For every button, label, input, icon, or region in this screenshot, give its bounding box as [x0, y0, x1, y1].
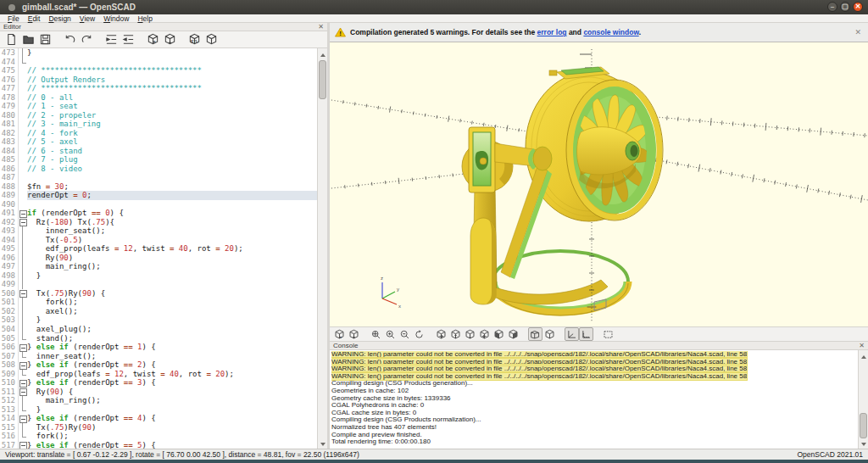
fold-marker-icon[interactable]: [19, 388, 27, 397]
fold-marker-icon[interactable]: [19, 378, 27, 388]
console-scrollbar[interactable]: [858, 350, 868, 449]
menu-item-edit[interactable]: Edit: [24, 14, 45, 23]
fold-marker-icon[interactable]: [19, 209, 27, 218]
code-line[interactable]: 493 inner_seat();: [0, 226, 317, 236]
view-all-button[interactable]: [601, 327, 615, 341]
editor-scrollbar[interactable]: [317, 48, 327, 449]
code-line[interactable]: 477// **********************************…: [0, 84, 317, 93]
code-line[interactable]: 504 axel_plug();: [0, 325, 317, 334]
code-line[interactable]: 482// 4 - fork: [0, 129, 317, 138]
code-line[interactable]: 501 fork();: [0, 298, 317, 307]
code-line[interactable]: 499: [0, 280, 317, 289]
view-bottom-button[interactable]: [463, 327, 477, 341]
view-front-button[interactable]: [492, 327, 506, 341]
code-line[interactable]: 486// 8 - video: [0, 165, 317, 174]
editor-scroll-thumb[interactable]: [319, 60, 326, 99]
code-line[interactable]: 500 Tx(.75)Ry(90) {: [0, 289, 317, 298]
3d-viewport[interactable]: z y x: [330, 42, 868, 326]
minimize-button[interactable]: –: [827, 2, 837, 12]
export-other-button[interactable]: [203, 31, 220, 47]
code-editor[interactable]: 473}474475// ***************************…: [0, 48, 327, 449]
code-line[interactable]: 476// Output Renders: [0, 75, 317, 85]
code-line[interactable]: 516 fork();: [0, 432, 317, 441]
code-line[interactable]: 492 Rz(-180) Tx(.75){: [0, 218, 317, 227]
code-line[interactable]: 503 }: [0, 315, 317, 325]
code-line[interactable]: 488$fn = 30;: [0, 182, 317, 192]
zoom-in-button[interactable]: [383, 327, 398, 341]
fold-marker-icon[interactable]: [19, 289, 27, 298]
code-line[interactable]: 502 axel();: [0, 307, 317, 316]
code-line[interactable]: 473}: [0, 48, 317, 58]
code-line[interactable]: 512 main_ring();: [0, 396, 317, 405]
code-line[interactable]: 497 main_ring();: [0, 262, 317, 271]
titlebar[interactable]: gimball.scad* — OpenSCAD –▢✕: [0, 0, 868, 14]
code-line[interactable]: 511 Ry(90) {: [0, 388, 317, 397]
show-axes-button[interactable]: [565, 327, 579, 341]
code-lines[interactable]: 473}474475// ***************************…: [0, 48, 317, 449]
scroll-up-icon[interactable]: [318, 48, 327, 58]
code-line[interactable]: 481// 3 - main_ring: [0, 120, 317, 129]
fold-marker-icon[interactable]: [19, 360, 27, 370]
fold-marker-icon[interactable]: [19, 218, 27, 227]
code-line[interactable]: 505 stand();: [0, 334, 317, 343]
code-line[interactable]: 484// 6 - stand: [0, 147, 317, 156]
code-line[interactable]: 506} else if (renderOpt == 1) {: [0, 343, 317, 352]
redo-button[interactable]: [78, 31, 95, 47]
editor-close-icon[interactable]: ✕: [318, 24, 324, 31]
console-window-link[interactable]: console window: [583, 28, 638, 36]
menu-item-view[interactable]: View: [75, 14, 99, 23]
code-line[interactable]: 517} else if (renderOpt == 5) {: [0, 441, 317, 449]
code-line[interactable]: 475// **********************************…: [0, 66, 317, 75]
code-line[interactable]: 490: [0, 200, 317, 209]
code-line[interactable]: 478// 0 - all: [0, 93, 317, 103]
3d-scene[interactable]: z y x: [330, 42, 868, 326]
code-line[interactable]: 515 Tx(.75)Ry(90): [0, 423, 317, 432]
show-scale-markers-button[interactable]: [579, 327, 593, 341]
code-line[interactable]: 508} else if (renderOpt == 2) {: [0, 360, 317, 370]
unindent-button[interactable]: [120, 31, 136, 47]
preview-button[interactable]: »: [144, 31, 161, 47]
code-line[interactable]: 487: [0, 173, 317, 182]
preview-button[interactable]: »: [332, 327, 347, 341]
menu-item-design[interactable]: Design: [44, 14, 75, 23]
console-close-icon[interactable]: ✕: [859, 343, 865, 349]
export-stl-button[interactable]: STL: [186, 31, 203, 47]
menu-item-help[interactable]: Help: [133, 14, 156, 23]
indent-button[interactable]: [103, 31, 120, 47]
view-back-button[interactable]: [506, 327, 520, 341]
code-line[interactable]: 498 }: [0, 271, 317, 281]
menu-item-window[interactable]: Window: [99, 14, 133, 23]
view-left-button[interactable]: [477, 327, 492, 341]
banner-close-icon[interactable]: ✕: [854, 28, 861, 36]
scroll-down-icon[interactable]: [859, 439, 868, 449]
render-button[interactable]: [161, 31, 178, 47]
code-line[interactable]: 480// 2 - propeler: [0, 111, 317, 120]
code-line[interactable]: 514} else if (renderOpt == 4) {: [0, 414, 317, 423]
scroll-up-icon[interactable]: [859, 350, 868, 360]
code-line[interactable]: 491if (renderOpt == 0) {: [0, 209, 317, 218]
code-line[interactable]: 483// 5 - axel: [0, 137, 317, 147]
orthogonal-button[interactable]: [542, 327, 557, 341]
open-file-button[interactable]: [19, 31, 36, 47]
code-line[interactable]: 509 edf_prop(leafs = 12, twist = 40, rot…: [0, 370, 317, 379]
fold-marker-icon[interactable]: [19, 414, 27, 423]
render-button[interactable]: [347, 327, 361, 341]
code-line[interactable]: 474: [0, 58, 317, 67]
maximize-button[interactable]: ▢: [840, 2, 850, 12]
fold-marker-icon[interactable]: [19, 343, 27, 352]
zoom-all-button[interactable]: [369, 327, 383, 341]
close-button[interactable]: ✕: [853, 2, 863, 12]
save-file-button[interactable]: [36, 31, 53, 47]
code-line[interactable]: 495 edf_prop(leafs = 12, twist = 40, rot…: [0, 244, 317, 254]
code-line[interactable]: 507 inner_seat();: [0, 352, 317, 361]
console-scroll-thumb[interactable]: [860, 413, 867, 438]
code-line[interactable]: 494 Tx(-0.5): [0, 236, 317, 245]
code-line[interactable]: 513 }: [0, 405, 317, 415]
code-line[interactable]: 489renderOpt = 0;: [0, 191, 317, 200]
scroll-down-icon[interactable]: [318, 439, 327, 449]
code-line[interactable]: 485// 7 - plug: [0, 155, 317, 165]
fold-marker-icon[interactable]: [19, 441, 27, 449]
undo-button[interactable]: [61, 31, 78, 47]
zoom-out-button[interactable]: [398, 327, 412, 341]
view-right-button[interactable]: [434, 327, 448, 341]
